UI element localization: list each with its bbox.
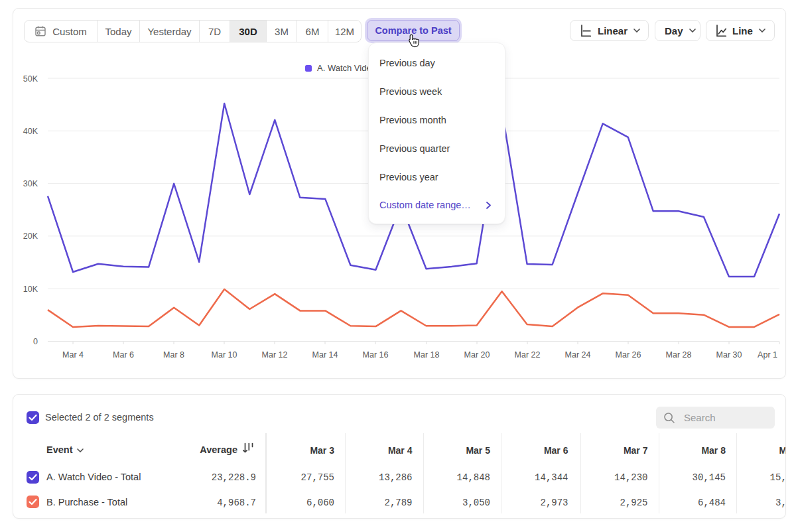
svg-text:Mar 14: Mar 14 (312, 350, 338, 360)
svg-text:Mar 18: Mar 18 (414, 350, 440, 360)
svg-text:Mar 22: Mar 22 (515, 350, 541, 360)
svg-text:Mar 28: Mar 28 (666, 350, 692, 360)
svg-text:Mar 16: Mar 16 (363, 350, 389, 360)
svg-text:Mar 4: Mar 4 (62, 350, 84, 360)
svg-text:Mar 12: Mar 12 (262, 350, 288, 360)
svg-text:10K: 10K (23, 285, 38, 294)
svg-text:30K: 30K (23, 179, 38, 188)
svg-text:Mar 30: Mar 30 (716, 350, 742, 360)
svg-text:Mar 10: Mar 10 (212, 350, 237, 360)
svg-text:40K: 40K (23, 127, 38, 136)
svg-text:20K: 20K (23, 232, 38, 241)
svg-text:0: 0 (33, 337, 38, 346)
svg-text:Mar 6: Mar 6 (113, 350, 134, 360)
svg-text:50K: 50K (23, 74, 38, 84)
svg-text:Mar 24: Mar 24 (565, 350, 591, 360)
svg-text:Mar 8: Mar 8 (163, 350, 184, 360)
svg-text:Mar 20: Mar 20 (464, 350, 490, 360)
svg-text:Apr 1: Apr 1 (758, 350, 777, 360)
svg-text:Mar 26: Mar 26 (616, 350, 641, 360)
